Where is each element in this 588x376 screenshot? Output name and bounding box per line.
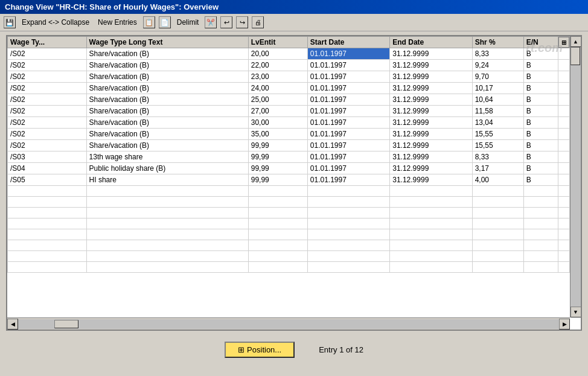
scroll-up-button[interactable]: ▲ — [570, 36, 581, 47]
cell-en: B — [523, 140, 558, 151]
cell-wage_type: /S02 — [8, 60, 87, 71]
cell-start-date: 01.01.1997 — [307, 129, 389, 140]
cell-empty — [558, 129, 570, 140]
table-row[interactable]: /S02Share/vacation (B)22,0001.01.199731.… — [8, 60, 570, 71]
cell-wage-long: Share/vacation (B) — [86, 129, 248, 140]
scroll-thumb[interactable] — [570, 47, 580, 65]
cell-empty — [558, 140, 570, 151]
footer: ⊞ Position... Entry 1 of 12 — [6, 336, 582, 364]
cell-wage-long: HI share — [86, 174, 248, 186]
paste-icon[interactable]: 📄 — [159, 16, 171, 28]
cell-end-date: 31.12.9999 — [390, 174, 472, 186]
cell-wage-long: Share/vacation (B) — [86, 94, 248, 106]
table-row[interactable]: /S02Share/vacation (B)99,9901.01.199731.… — [8, 140, 570, 151]
undo-icon[interactable]: ↩ — [220, 16, 232, 28]
cell-wage-long: Share/vacation (B) — [86, 60, 248, 71]
cell-shr-pct: 10,17 — [472, 83, 523, 94]
scroll-track[interactable] — [570, 47, 581, 307]
copy-icon[interactable]: 📋 — [143, 16, 155, 28]
table-row[interactable]: /S02Share/vacation (B)23,0001.01.199731.… — [8, 71, 570, 83]
table-row-empty — [8, 251, 570, 262]
cell-en: B — [523, 151, 558, 163]
table-row-empty — [8, 186, 570, 197]
cell-end-date: 31.12.9999 — [390, 106, 472, 117]
scissors-icon[interactable]: ✂️ — [205, 16, 217, 28]
horizontal-scrollbar[interactable]: ◀ ▶ — [7, 317, 570, 330]
expand-collapse-label: Expand <-> Collapse — [22, 18, 89, 27]
cell-en: B — [523, 60, 558, 71]
table-header-row: Wage Ty... Wage Type Long Text LvEntit S… — [8, 37, 570, 48]
cell-empty — [558, 174, 570, 186]
redo-icon[interactable]: ↪ — [236, 16, 248, 28]
cell-end-date: 31.12.9999 — [390, 117, 472, 129]
page-title: Change View "HR-CH: Share of Hourly Wage… — [5, 2, 219, 11]
cell-end-date: 31.12.9999 — [390, 163, 472, 174]
table-container: rt.com ▲ ▼ Wage Ty... Wage Type Long Tex… — [6, 35, 582, 331]
cell-end-date: 31.12.9999 — [390, 94, 472, 106]
cell-en: B — [523, 117, 558, 129]
cell-wage_type: /S02 — [8, 94, 87, 106]
cell-lv-entit: 27,00 — [248, 106, 307, 117]
table-row[interactable]: /S02Share/vacation (B)35,0001.01.199731.… — [8, 129, 570, 140]
cell-wage-long: Share/vacation (B) — [86, 117, 248, 129]
scroll-left-button[interactable]: ◀ — [7, 319, 18, 330]
cell-wage_type: /S05 — [8, 174, 87, 186]
table-row[interactable]: /S02Share/vacation (B)27,0001.01.199731.… — [8, 106, 570, 117]
entry-info: Entry 1 of 12 — [319, 345, 363, 354]
cell-empty — [558, 60, 570, 71]
cell-wage-long: Share/vacation (B) — [86, 48, 248, 60]
cell-en: B — [523, 71, 558, 83]
cell-shr-pct: 8,33 — [472, 151, 523, 163]
h-scroll-thumb[interactable] — [54, 320, 78, 328]
cell-en: B — [523, 106, 558, 117]
vertical-scrollbar[interactable]: ▲ ▼ — [570, 36, 581, 317]
position-icon: ⊞ — [238, 345, 244, 354]
table-row[interactable]: /S05HI share99,9901.01.199731.12.99994,0… — [8, 174, 570, 186]
cell-shr-pct: 8,33 — [472, 48, 523, 60]
expand-collapse-button[interactable]: Expand <-> Collapse — [19, 17, 92, 28]
print-icon[interactable]: 🖨 — [252, 16, 264, 28]
cell-lv-entit: 20,00 — [248, 48, 307, 60]
position-button[interactable]: ⊞ Position... — [225, 342, 295, 358]
cell-start-date: 01.01.1997 — [307, 83, 389, 94]
cell-wage_type: /S02 — [8, 129, 87, 140]
cell-start-date: 01.01.1997 — [307, 163, 389, 174]
cell-lv-entit: 24,00 — [248, 83, 307, 94]
col-shr-pct: Shr % — [472, 37, 523, 48]
table-row[interactable]: /S02Share/vacation (B)20,0001.01.199731.… — [8, 48, 570, 60]
table-row[interactable]: /S0313th wage share99,9901.01.199731.12.… — [8, 151, 570, 163]
cell-empty — [558, 94, 570, 106]
table-row-empty — [8, 208, 570, 218]
table-row-empty — [8, 197, 570, 208]
cell-wage_type: /S02 — [8, 71, 87, 83]
new-entries-button[interactable]: New Entries — [95, 17, 139, 28]
position-label: Position... — [247, 345, 281, 354]
col-end-date: End Date — [390, 37, 472, 48]
cell-shr-pct: 15,55 — [472, 129, 523, 140]
cell-start-date: 01.01.1997 — [307, 71, 389, 83]
table-row[interactable]: /S04Public holiday share (B)99,9901.01.1… — [8, 163, 570, 174]
scroll-right-button[interactable]: ▶ — [559, 319, 570, 330]
cell-start-date: 01.01.1997 — [307, 48, 389, 60]
scroll-down-button[interactable]: ▼ — [570, 307, 581, 317]
delimit-button[interactable]: Delimit — [174, 17, 202, 28]
table-row-empty — [8, 218, 570, 229]
save-icon[interactable]: 💾 — [4, 16, 16, 28]
h-scroll-track[interactable] — [18, 319, 559, 329]
main-area: rt.com ▲ ▼ Wage Ty... Wage Type Long Tex… — [0, 31, 588, 368]
cell-wage_type: /S02 — [8, 117, 87, 129]
cell-lv-entit: 30,00 — [248, 117, 307, 129]
col-wage-long-text: Wage Type Long Text — [86, 37, 248, 48]
cell-shr-pct: 15,55 — [472, 140, 523, 151]
table-row[interactable]: /S02Share/vacation (B)25,0001.01.199731.… — [8, 94, 570, 106]
new-entries-label: New Entries — [98, 18, 137, 27]
cell-shr-pct: 10,64 — [472, 94, 523, 106]
table-row[interactable]: /S02Share/vacation (B)30,0001.01.199731.… — [8, 117, 570, 129]
cell-wage-long: Share/vacation (B) — [86, 83, 248, 94]
cell-end-date: 31.12.9999 — [390, 151, 472, 163]
cell-start-date: 01.01.1997 — [307, 94, 389, 106]
cell-lv-entit: 99,99 — [248, 174, 307, 186]
cell-shr-pct: 13,04 — [472, 117, 523, 129]
table-row[interactable]: /S02Share/vacation (B)24,0001.01.199731.… — [8, 83, 570, 94]
cell-wage_type: /S02 — [8, 83, 87, 94]
